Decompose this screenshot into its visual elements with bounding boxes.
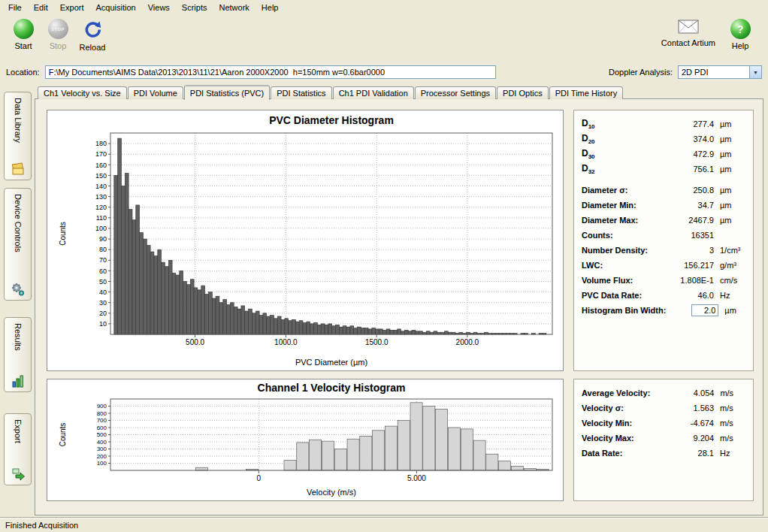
velocity-stat-label: Velocity Min: [582, 419, 649, 428]
bar-chart-icon [11, 372, 26, 388]
location-bar: Location: Doppler Analysis: 2D PDI ▼ [0, 62, 768, 82]
velocity-histogram-svg: 10020030040050060070080090005.000Channel… [47, 379, 563, 499]
svg-text:180: 180 [95, 140, 107, 147]
start-label: Start [14, 41, 32, 50]
tab-pdi-statistics-pvc[interactable]: PDI Statistics (PVC) [184, 85, 270, 100]
contact-artium-label: Contact Artium [661, 38, 715, 47]
sidebar-item-data-library[interactable]: Data Library [4, 92, 32, 180]
velocity-stat-row-velocity: Velocity σ:1.563m/s [574, 401, 753, 416]
pvc-stat-value: 156.217 [649, 261, 714, 270]
sidebar-item-export[interactable]: Export [4, 413, 32, 485]
menu-item-acquisition[interactable]: Acquisition [90, 2, 142, 14]
svg-text:0: 0 [257, 474, 262, 482]
pvc-stat-unit: µm [714, 150, 745, 159]
status-bar: Finished Acquisition [0, 517, 768, 532]
svg-text:1000.0: 1000.0 [274, 338, 298, 346]
pvc-stat-row-number-density: Number Density:31/cm³ [574, 243, 753, 258]
svg-text:20: 20 [99, 310, 107, 317]
pvc-diameter-histogram-chart: 1020304050607080901001101201301401501601… [47, 110, 564, 371]
svg-text:PVC Diameter (µm): PVC Diameter (µm) [295, 358, 367, 367]
pvc-stat-unit: cm/s [714, 276, 745, 285]
main-area: Ch1 Velocity vs. SizePDI VolumePDI Stati… [35, 84, 763, 517]
location-input[interactable] [45, 65, 496, 79]
pvc-stat-unit: 1/cm³ [714, 246, 745, 255]
stat-label-base: D [582, 148, 588, 159]
pvc-stats-panel: D10277.4µmD20374.0µmD30472.9µmD32756.1µm… [573, 110, 754, 371]
svg-text:2000.0: 2000.0 [456, 338, 479, 346]
content-area: Data LibraryDevice ControlsResultsExport… [0, 84, 768, 517]
help-button[interactable]: ? Help [723, 17, 757, 50]
tab-pdi-optics[interactable]: PDI Optics [497, 86, 549, 99]
pvc-stat-row-diameter-max: Diameter Max:2467.9µm [574, 213, 753, 228]
sidebar-item-label: Export [14, 419, 23, 465]
pvc-stat-label: LWC: [582, 261, 649, 270]
svg-text:150: 150 [95, 172, 107, 180]
pvc-stat-row-diameter: Diameter σ:250.8µm [574, 183, 753, 198]
pvc-stat-label: D32 [582, 163, 649, 175]
svg-text:300: 300 [97, 446, 107, 452]
chevron-down-icon[interactable]: ▼ [749, 66, 761, 78]
stop-button[interactable]: STOP Stop [41, 17, 75, 50]
stop-icon: STOP [48, 19, 68, 39]
velocity-stats-panel: Average Velocity:4.054m/sVelocity σ:1.56… [573, 379, 754, 501]
sidebar-item-results[interactable]: Results [4, 317, 32, 392]
reload-label: Reload [80, 43, 106, 52]
pvc-stat-value: 1.808E-1 [649, 276, 714, 285]
tab-processor-settings[interactable]: Processor Settings [415, 86, 496, 99]
pvc-stat-unit: µm [714, 135, 745, 144]
histogram-bin-width-row: Histogram Bin Width: µm [574, 303, 753, 318]
pvc-diameter-histogram-svg: 1020304050607080901001101201301401501601… [47, 110, 563, 369]
svg-text:40: 40 [99, 289, 107, 296]
svg-text:Counts: Counts [59, 222, 67, 246]
doppler-analysis-label: Doppler Analysis: [609, 68, 673, 77]
menu-item-views[interactable]: Views [142, 2, 176, 14]
sidebar-item-device-controls[interactable]: Device Controls [4, 188, 32, 301]
start-button[interactable]: Start [6, 17, 41, 50]
svg-text:100: 100 [97, 460, 107, 467]
svg-text:PVC Diameter Histogram: PVC Diameter Histogram [269, 114, 394, 126]
pvc-stat-value: 46.0 [649, 291, 714, 300]
pvc-stat-unit: µm [714, 216, 745, 225]
menu-item-help[interactable]: Help [255, 2, 285, 14]
pvc-stat-unit: µm [714, 165, 745, 174]
pvc-stat-label: Counts: [582, 231, 649, 240]
menu-item-file[interactable]: File [2, 2, 28, 14]
svg-text:120: 120 [95, 204, 107, 211]
velocity-stat-label: Data Rate: [582, 449, 649, 458]
pvc-stat-row-d10: D10277.4µm [574, 116, 753, 131]
stat-label-base: D [582, 133, 588, 144]
stat-label-subscript: 20 [588, 138, 595, 145]
tab-pdi-statistics[interactable]: PDI Statistics [271, 86, 331, 99]
svg-text:200: 200 [97, 453, 107, 460]
svg-text:800: 800 [97, 410, 107, 417]
velocity-stat-unit: Hz [714, 449, 745, 458]
menu-item-export[interactable]: Export [54, 2, 90, 14]
sidebar: Data LibraryDevice ControlsResultsExport [4, 92, 32, 485]
tab-ch1-pdi-validation[interactable]: Ch1 PDI Validation [333, 86, 414, 99]
tab-pdi-time-history[interactable]: PDI Time History [549, 86, 624, 99]
menu-item-scripts[interactable]: Scripts [176, 2, 213, 14]
histogram-bin-width-unit: µm [718, 306, 745, 315]
menu-item-edit[interactable]: Edit [28, 2, 54, 14]
pvc-stat-unit: µm [714, 119, 745, 128]
svg-text:Velocity (m/s): Velocity (m/s) [307, 488, 356, 497]
contact-artium-button[interactable]: Contact Artium [661, 17, 715, 50]
velocity-stat-unit: m/s [714, 404, 745, 413]
pvc-stat-value: 34.7 [649, 201, 714, 210]
histogram-bin-width-input[interactable] [691, 304, 718, 316]
tab-ch1-velocity-vs-size[interactable]: Ch1 Velocity vs. Size [38, 86, 127, 99]
pvc-stat-unit: µm [714, 186, 745, 195]
svg-text:100: 100 [95, 225, 107, 232]
reload-button[interactable]: Reload [75, 17, 110, 52]
doppler-analysis-dropdown[interactable]: 2D PDI ▼ [678, 65, 762, 79]
pvc-stat-label: D30 [582, 148, 649, 160]
status-text: Finished Acquisition [5, 521, 78, 530]
pvc-stat-label: Number Density: [582, 246, 649, 255]
svg-text:Counts: Counts [59, 423, 67, 447]
menu-item-network[interactable]: Network [213, 2, 255, 14]
tab-pdi-volume[interactable]: PDI Volume [128, 86, 183, 99]
svg-text:160: 160 [95, 162, 107, 169]
svg-text:400: 400 [97, 439, 107, 446]
pvc-stat-unit: g/m³ [714, 261, 745, 270]
help-label: Help [732, 41, 749, 50]
